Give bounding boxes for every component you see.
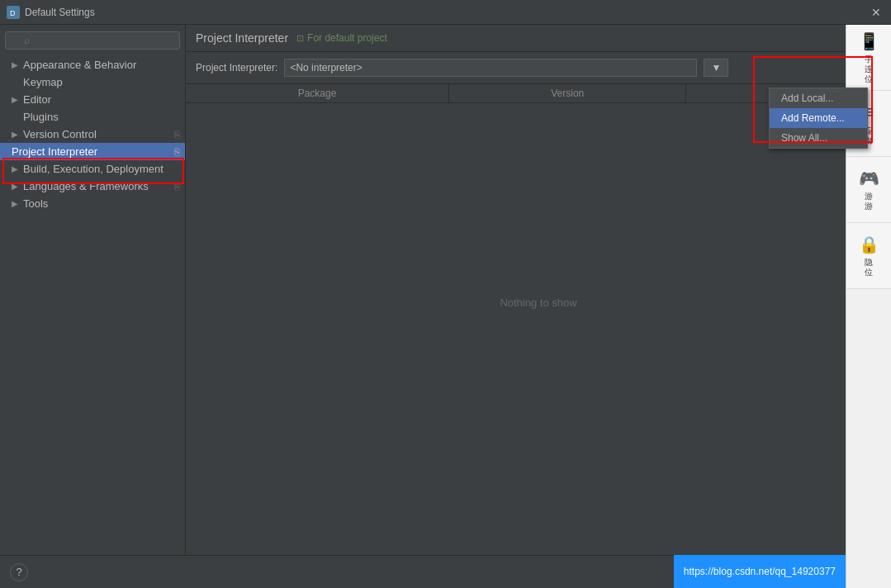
chevron-down-icon: ▼ bbox=[711, 62, 721, 74]
arrow-icon: ▶ bbox=[12, 130, 20, 139]
interpreter-row: Project Interpreter: <No interpreter> ▼ bbox=[186, 52, 891, 84]
tab-icon: ⊡ bbox=[296, 33, 304, 44]
right-edge-mobile-label: 手连位 bbox=[865, 55, 873, 84]
sidebar: ⌕ ▶ Appearance & Behavior Keymap ▶ Edito… bbox=[0, 25, 186, 555]
sidebar-item-tools[interactable]: ▶ Tools bbox=[0, 195, 185, 212]
arrow-icon: ▶ bbox=[12, 60, 20, 69]
sidebar-item-plugins[interactable]: Plugins bbox=[0, 108, 185, 126]
right-edge-xbox[interactable]: 🎮 游游 bbox=[846, 157, 891, 223]
sidebar-item-project-interpreter[interactable]: Project Interpreter ⎘ bbox=[0, 143, 185, 160]
interpreter-dropdown-button[interactable]: ▼ bbox=[704, 59, 728, 77]
right-edge-mobile[interactable]: 📱 手连位 bbox=[846, 25, 891, 91]
right-edge-lock[interactable]: 🔒 隐位 bbox=[846, 223, 891, 289]
arrow-icon: ▶ bbox=[12, 199, 20, 208]
title-bar: D Default Settings ✕ bbox=[0, 0, 891, 25]
content-subtitle: ⊡ For default project bbox=[296, 32, 387, 44]
mobile-icon: 📱 bbox=[859, 31, 879, 51]
add-local-menu-item[interactable]: Add Local... bbox=[770, 88, 867, 108]
packages-table-container: Package Version Latest Nothing to show bbox=[186, 84, 891, 519]
svg-text:D: D bbox=[10, 9, 16, 17]
sidebar-item-appearance[interactable]: ▶ Appearance & Behavior bbox=[0, 56, 185, 74]
copy3-icon: ⎘ bbox=[174, 181, 180, 192]
interpreter-select[interactable]: <No interpreter> bbox=[284, 59, 697, 77]
search-container: ⌕ bbox=[0, 28, 185, 56]
arrow-icon: ▶ bbox=[12, 182, 20, 191]
sidebar-item-editor[interactable]: ▶ Editor bbox=[0, 91, 185, 108]
url-text: https://blog.csdn.net/qq_14920377 bbox=[684, 566, 836, 577]
sidebar-item-label: Keymap bbox=[23, 76, 63, 88]
help-button[interactable]: ? bbox=[10, 563, 28, 581]
content-header: Project Interpreter ⊡ For default projec… bbox=[186, 25, 891, 52]
xbox-icon: 🎮 bbox=[859, 168, 879, 188]
copy2-icon: ⎘ bbox=[174, 146, 180, 158]
sidebar-item-label: Languages & Frameworks bbox=[23, 180, 149, 192]
arrow-icon: ▶ bbox=[12, 95, 20, 104]
content-area: Project Interpreter ⊡ For default projec… bbox=[186, 25, 891, 555]
sidebar-item-label: Tools bbox=[23, 197, 48, 210]
right-edge-xbox-label: 游游 bbox=[865, 192, 873, 211]
show-all-menu-item[interactable]: Show All... bbox=[770, 128, 867, 148]
subtitle-text: For default project bbox=[307, 32, 387, 44]
sidebar-item-build-execution[interactable]: ▶ Build, Execution, Deployment bbox=[0, 160, 185, 178]
interpreter-dropdown-menu: Add Local... Add Remote... Show All... bbox=[769, 88, 868, 149]
copy-icon: ⎘ bbox=[174, 129, 180, 140]
interpreter-label: Project Interpreter: bbox=[196, 62, 277, 74]
sidebar-item-version-control[interactable]: ▶ Version Control ⎘ bbox=[0, 126, 185, 143]
nothing-to-show-label: Nothing to show bbox=[500, 296, 576, 308]
col-package: Package bbox=[186, 84, 449, 103]
sidebar-item-label: Build, Execution, Deployment bbox=[23, 163, 164, 175]
search-input[interactable] bbox=[5, 31, 180, 50]
sidebar-item-keymap[interactable]: Keymap bbox=[0, 74, 185, 91]
lock-icon: 🔒 bbox=[859, 235, 879, 254]
content-title: Project Interpreter bbox=[196, 31, 288, 45]
app-icon: D bbox=[7, 6, 20, 19]
close-button[interactable]: ✕ bbox=[868, 4, 884, 21]
main-layout: ⌕ ▶ Appearance & Behavior Keymap ▶ Edito… bbox=[0, 25, 891, 555]
sidebar-item-label: Appearance & Behavior bbox=[23, 59, 136, 71]
arrow-icon: ▶ bbox=[12, 164, 20, 173]
sidebar-item-label: Project Interpreter bbox=[12, 145, 97, 158]
sidebar-item-languages[interactable]: ▶ Languages & Frameworks ⎘ bbox=[0, 178, 185, 195]
sidebar-item-label: Version Control bbox=[23, 128, 97, 140]
add-remote-menu-item[interactable]: Add Remote... bbox=[770, 108, 867, 128]
sidebar-item-label: Editor bbox=[23, 93, 51, 106]
col-version: Version bbox=[449, 84, 686, 103]
sidebar-item-label: Plugins bbox=[23, 111, 59, 123]
url-bar: https://blog.csdn.net/qq_14920377 bbox=[674, 555, 846, 588]
window-title: Default Settings bbox=[25, 7, 95, 18]
right-edge-lock-label: 隐位 bbox=[865, 258, 873, 277]
